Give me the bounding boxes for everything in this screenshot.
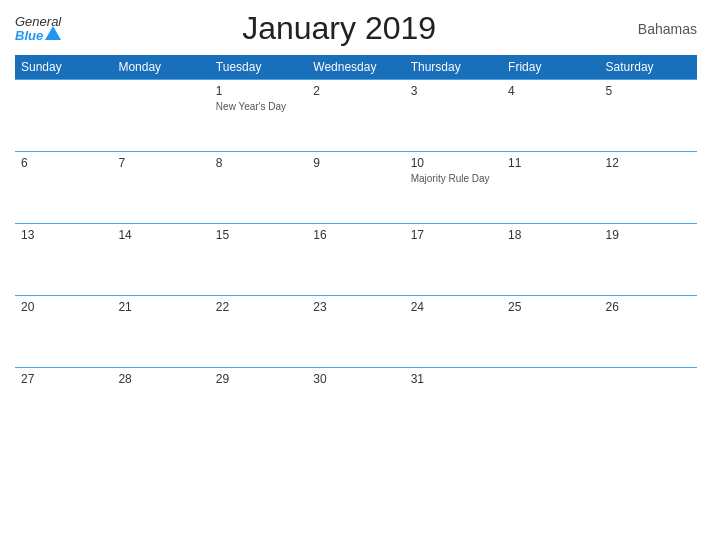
event-label: Majority Rule Day xyxy=(411,172,496,185)
week-row-1: 678910Majority Rule Day1112 xyxy=(15,152,697,224)
day-number: 9 xyxy=(313,156,398,170)
calendar-body: 1New Year's Day2345678910Majority Rule D… xyxy=(15,80,697,440)
day-number: 23 xyxy=(313,300,398,314)
day-number: 4 xyxy=(508,84,593,98)
day-number: 11 xyxy=(508,156,593,170)
day-cell xyxy=(112,80,209,152)
day-number: 7 xyxy=(118,156,203,170)
day-number: 22 xyxy=(216,300,301,314)
day-cell: 18 xyxy=(502,224,599,296)
day-number: 21 xyxy=(118,300,203,314)
day-cell: 12 xyxy=(600,152,697,224)
weekday-wednesday: Wednesday xyxy=(307,55,404,80)
day-number: 28 xyxy=(118,372,203,386)
day-cell: 6 xyxy=(15,152,112,224)
weekday-row: Sunday Monday Tuesday Wednesday Thursday… xyxy=(15,55,697,80)
day-cell: 14 xyxy=(112,224,209,296)
day-number: 31 xyxy=(411,372,496,386)
calendar-container: General Blue January 2019 Bahamas Sunday… xyxy=(0,0,712,550)
day-cell: 31 xyxy=(405,368,502,440)
day-number: 2 xyxy=(313,84,398,98)
day-cell: 24 xyxy=(405,296,502,368)
day-cell: 22 xyxy=(210,296,307,368)
calendar-header: General Blue January 2019 Bahamas xyxy=(15,10,697,47)
day-number: 18 xyxy=(508,228,593,242)
day-number: 19 xyxy=(606,228,691,242)
day-cell: 3 xyxy=(405,80,502,152)
day-cell: 25 xyxy=(502,296,599,368)
day-cell: 2 xyxy=(307,80,404,152)
day-cell xyxy=(15,80,112,152)
day-cell xyxy=(600,368,697,440)
day-cell: 21 xyxy=(112,296,209,368)
calendar-header-row: Sunday Monday Tuesday Wednesday Thursday… xyxy=(15,55,697,80)
week-row-2: 13141516171819 xyxy=(15,224,697,296)
day-number: 1 xyxy=(216,84,301,98)
day-number: 24 xyxy=(411,300,496,314)
day-cell: 11 xyxy=(502,152,599,224)
day-number: 17 xyxy=(411,228,496,242)
day-number: 6 xyxy=(21,156,106,170)
event-label: New Year's Day xyxy=(216,100,301,113)
day-cell: 8 xyxy=(210,152,307,224)
day-cell: 16 xyxy=(307,224,404,296)
day-number: 30 xyxy=(313,372,398,386)
day-number: 15 xyxy=(216,228,301,242)
day-cell: 27 xyxy=(15,368,112,440)
weekday-tuesday: Tuesday xyxy=(210,55,307,80)
day-cell: 1New Year's Day xyxy=(210,80,307,152)
day-number: 3 xyxy=(411,84,496,98)
day-cell: 29 xyxy=(210,368,307,440)
day-cell: 28 xyxy=(112,368,209,440)
day-cell: 7 xyxy=(112,152,209,224)
day-cell: 9 xyxy=(307,152,404,224)
day-number: 13 xyxy=(21,228,106,242)
day-number: 14 xyxy=(118,228,203,242)
day-number: 20 xyxy=(21,300,106,314)
weekday-thursday: Thursday xyxy=(405,55,502,80)
day-cell: 30 xyxy=(307,368,404,440)
week-row-3: 20212223242526 xyxy=(15,296,697,368)
country-label: Bahamas xyxy=(617,21,697,37)
day-number: 27 xyxy=(21,372,106,386)
day-cell: 19 xyxy=(600,224,697,296)
day-number: 29 xyxy=(216,372,301,386)
weekday-saturday: Saturday xyxy=(600,55,697,80)
day-number: 10 xyxy=(411,156,496,170)
week-row-4: 2728293031 xyxy=(15,368,697,440)
day-cell: 10Majority Rule Day xyxy=(405,152,502,224)
logo-triangle-icon xyxy=(45,26,61,40)
day-number: 25 xyxy=(508,300,593,314)
calendar-table: Sunday Monday Tuesday Wednesday Thursday… xyxy=(15,55,697,440)
logo: General Blue xyxy=(15,15,61,42)
day-number: 12 xyxy=(606,156,691,170)
day-cell: 5 xyxy=(600,80,697,152)
day-number: 16 xyxy=(313,228,398,242)
day-cell: 15 xyxy=(210,224,307,296)
day-cell xyxy=(502,368,599,440)
day-cell: 20 xyxy=(15,296,112,368)
week-row-0: 1New Year's Day2345 xyxy=(15,80,697,152)
day-cell: 23 xyxy=(307,296,404,368)
day-number: 5 xyxy=(606,84,691,98)
weekday-monday: Monday xyxy=(112,55,209,80)
logo-blue-text: Blue xyxy=(15,29,43,42)
day-number: 8 xyxy=(216,156,301,170)
weekday-sunday: Sunday xyxy=(15,55,112,80)
day-cell: 13 xyxy=(15,224,112,296)
calendar-title: January 2019 xyxy=(61,10,617,47)
day-cell: 4 xyxy=(502,80,599,152)
weekday-friday: Friday xyxy=(502,55,599,80)
day-cell: 17 xyxy=(405,224,502,296)
day-cell: 26 xyxy=(600,296,697,368)
day-number: 26 xyxy=(606,300,691,314)
